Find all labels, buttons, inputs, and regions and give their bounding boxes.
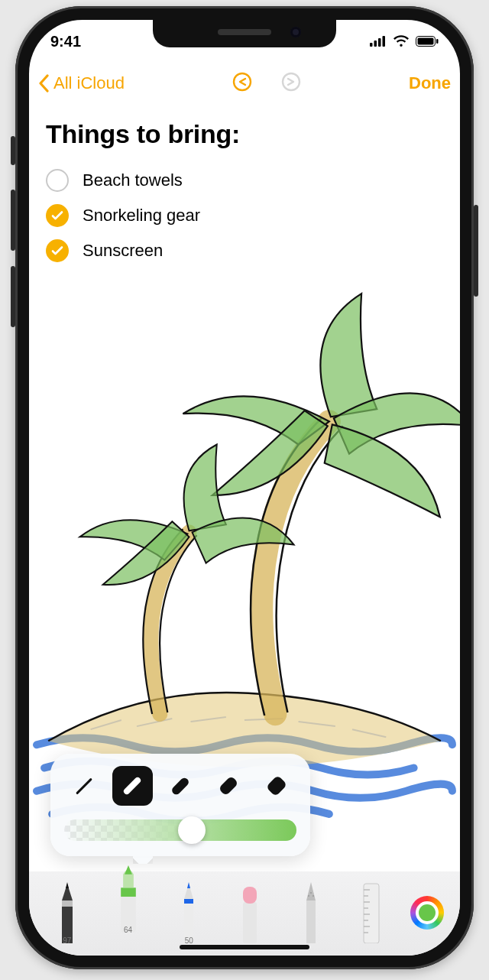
svg-rect-11 [121,888,136,897]
done-button[interactable]: Done [409,73,451,93]
redo-button [280,71,302,96]
svg-rect-0 [370,43,373,47]
checkbox-checked[interactable] [46,204,69,227]
side-button [474,205,478,297]
marker-icon [113,862,144,933]
back-label: All iCloud [53,73,125,93]
checkmark-icon [50,209,64,222]
volume-down-button [11,266,15,327]
svg-rect-14 [243,902,257,943]
done-label: Done [409,73,451,92]
wifi-icon [393,35,410,47]
notch [153,20,336,47]
svg-point-19 [310,892,312,894]
markup-toolbar: 97 64 50 [29,871,460,956]
undo-button[interactable] [232,71,253,96]
undo-icon [232,71,253,92]
pencil-icon [176,879,202,943]
phone-frame: 9:41 All iCloud Done [15,6,474,969]
stroke-size-4[interactable] [208,766,248,806]
tool-size-label: 97 [63,936,71,945]
checklist: Beach towels Snorkeling gear Sunscreen [46,163,443,268]
svg-point-8 [283,73,300,90]
checklist-label: Beach towels [83,170,183,190]
chevron-left-icon [38,74,50,92]
nav-bar: All iCloud Done [29,63,460,104]
tool-pencil[interactable]: 50 [167,873,211,943]
silence-switch [11,136,15,165]
checklist-item[interactable]: Beach towels [46,163,443,198]
pen-icon [53,879,82,943]
current-color-swatch [419,904,436,921]
opacity-slider[interactable] [64,819,296,841]
back-button[interactable]: All iCloud [38,73,125,93]
svg-rect-13 [184,899,193,904]
svg-rect-2 [378,38,381,47]
lasso-icon [299,879,323,943]
svg-rect-5 [418,38,434,45]
home-indicator[interactable] [180,945,309,949]
tool-size-label: 64 [124,926,132,934]
opacity-thumb[interactable] [178,816,206,844]
status-time: 9:41 [50,33,81,50]
svg-point-7 [234,73,251,90]
stroke-size-1[interactable] [64,766,105,806]
stroke-size-2[interactable] [112,766,153,806]
tool-size-label: 50 [185,936,193,945]
eraser-icon [236,879,264,943]
svg-point-18 [313,895,314,897]
tool-pen[interactable]: 97 [45,873,89,943]
tool-eraser[interactable] [228,873,272,943]
svg-rect-15 [243,887,257,904]
screen: 9:41 All iCloud Done [29,20,460,956]
checklist-label: Snorkeling gear [83,206,200,226]
svg-rect-9 [62,900,73,907]
ruler-icon [358,879,384,943]
svg-rect-3 [383,36,386,47]
stroke-size-5[interactable] [256,766,296,806]
svg-rect-1 [374,41,377,47]
stroke-size-row [64,766,296,806]
stroke-popover [50,754,310,856]
checkmark-icon [50,244,64,258]
svg-rect-16 [306,900,316,943]
svg-rect-6 [436,39,439,44]
stroke-size-3[interactable] [160,766,201,806]
tool-ruler[interactable] [349,873,393,943]
battery-icon [416,36,439,47]
tool-marker[interactable]: 64 [106,862,151,933]
volume-up-button [11,190,15,251]
redo-icon [280,71,302,92]
checklist-item[interactable]: Snorkeling gear [46,198,443,233]
svg-point-17 [308,895,309,897]
cellular-icon [370,36,387,47]
color-picker[interactable] [410,896,444,930]
checkbox-unchecked[interactable] [46,169,69,192]
svg-rect-20 [364,884,379,943]
note-title: Things to bring: [46,119,443,149]
tool-lasso[interactable] [289,873,333,943]
